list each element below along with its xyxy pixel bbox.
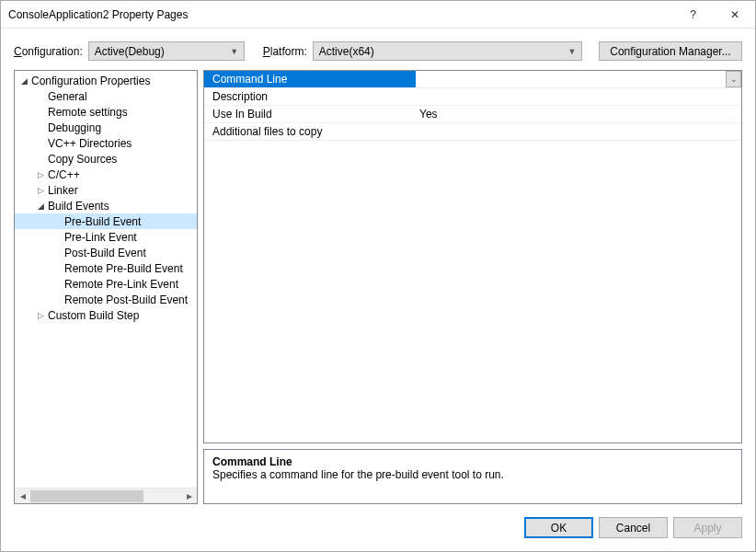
chevron-down-icon[interactable]: ⌄ [726, 71, 741, 87]
description-text: Specifies a command line for the pre-bui… [212, 468, 733, 481]
property-name: Description [204, 88, 416, 105]
help-button[interactable]: ? [672, 1, 714, 28]
property-value[interactable]: ⌄ [416, 71, 741, 87]
tree-node[interactable]: ◢Build Events [15, 198, 197, 213]
tree-node-label: C/C++ [48, 168, 80, 181]
property-grid: Command Line⌄DescriptionUse In BuildYesA… [203, 70, 742, 443]
description-title: Command Line [212, 455, 733, 468]
tree-node[interactable]: Debugging [15, 120, 197, 135]
apply-button[interactable]: Apply [673, 517, 742, 538]
tree-node-label: Pre-Build Event [64, 215, 141, 228]
tree-node[interactable]: Post-Build Event [15, 245, 197, 260]
expander-spacer [52, 216, 63, 227]
expand-icon[interactable]: ▷ [35, 185, 46, 196]
tree-node[interactable]: Remote Pre-Build Event [15, 260, 197, 276]
close-button[interactable]: ✕ [714, 1, 755, 28]
tree-horizontal-scrollbar[interactable]: ◂ ▸ [15, 488, 197, 503]
property-value[interactable]: Yes [416, 106, 741, 122]
tree-node-label: General [48, 90, 87, 103]
configuration-label: Configuration: [14, 45, 83, 58]
property-name: Use In Build [204, 106, 416, 122]
tree-node[interactable]: VC++ Directories [15, 135, 197, 151]
expander-spacer [35, 154, 46, 165]
tree-node[interactable]: Pre-Build Event [15, 213, 197, 229]
platform-label: Platform: [263, 45, 307, 58]
configuration-manager-button[interactable]: Configuration Manager... [599, 41, 742, 61]
tree-node-label: Custom Build Step [48, 309, 139, 322]
tree-node[interactable]: ◢Configuration Properties [15, 73, 197, 88]
property-row[interactable]: Description [204, 88, 741, 106]
expand-icon[interactable]: ▷ [35, 310, 46, 321]
property-row[interactable]: Use In BuildYes [204, 106, 741, 123]
property-value[interactable] [416, 88, 741, 105]
ok-button[interactable]: OK [524, 517, 593, 538]
expander-spacer [52, 294, 63, 305]
property-value[interactable] [416, 123, 741, 140]
tree-node-label: Copy Sources [48, 153, 117, 166]
tree-node-label: Pre-Link Event [64, 231, 137, 244]
description-panel: Command Line Specifies a command line fo… [203, 449, 742, 504]
scroll-left-button[interactable]: ◂ [15, 489, 30, 504]
tree-node-label: Remote settings [48, 106, 128, 119]
chevron-down-icon: ▼ [565, 47, 579, 56]
tree-node-label: Post-Build Event [64, 247, 146, 259]
property-name: Command Line [204, 71, 416, 87]
tree-node-label: VC++ Directories [48, 137, 132, 150]
platform-combo[interactable]: Active(x64) ▼ [313, 41, 582, 61]
tree-node[interactable]: Remote Pre-Link Event [15, 276, 197, 292]
expander-spacer [52, 232, 63, 243]
scroll-right-button[interactable]: ▸ [181, 489, 197, 504]
tree-node[interactable]: ▷C/C++ [15, 167, 197, 182]
title-bar: ConsoleApplication2 Property Pages ? ✕ [1, 1, 755, 29]
tree-node[interactable]: Copy Sources [15, 151, 197, 167]
tree-node-label: Debugging [48, 121, 101, 134]
scroll-track[interactable] [30, 489, 181, 504]
property-row[interactable]: Additional files to copy [204, 123, 741, 141]
property-row[interactable]: Command Line⌄ [204, 71, 741, 88]
tree-node[interactable]: General [15, 88, 197, 104]
property-name: Additional files to copy [204, 123, 416, 140]
window-title: ConsoleApplication2 Property Pages [8, 8, 672, 21]
expander-spacer [35, 107, 46, 118]
expander-spacer [52, 279, 63, 290]
tree-node-label: Configuration Properties [31, 75, 150, 87]
collapse-icon[interactable]: ◢ [35, 201, 46, 212]
tree-node[interactable]: Remote Post-Build Event [15, 292, 197, 307]
configuration-row: Configuration: Active(Debug) ▼ Platform:… [1, 29, 755, 70]
expander-spacer [35, 138, 46, 149]
expand-icon[interactable]: ▷ [35, 169, 46, 180]
expander-spacer [52, 247, 63, 259]
platform-value: Active(x64) [319, 45, 565, 58]
dialog-footer: OK Cancel Apply [1, 513, 755, 551]
navigation-tree-panel: ◢Configuration PropertiesGeneralRemote s… [14, 70, 198, 504]
collapse-icon[interactable]: ◢ [18, 75, 29, 86]
tree-node-label: Remote Pre-Link Event [64, 278, 178, 291]
navigation-tree[interactable]: ◢Configuration PropertiesGeneralRemote s… [15, 71, 197, 488]
tree-node-label: Linker [48, 184, 78, 197]
configuration-value: Active(Debug) [95, 45, 227, 58]
tree-node-label: Build Events [48, 200, 109, 213]
tree-node[interactable]: ▷Linker [15, 182, 197, 198]
tree-node[interactable]: Remote settings [15, 104, 197, 120]
tree-node[interactable]: Pre-Link Event [15, 229, 197, 245]
cancel-button[interactable]: Cancel [599, 517, 668, 538]
expander-spacer [35, 122, 46, 133]
scroll-thumb[interactable] [30, 490, 143, 502]
tree-node[interactable]: ▷Custom Build Step [15, 307, 197, 323]
expander-spacer [52, 263, 63, 274]
tree-node-label: Remote Pre-Build Event [64, 262, 183, 275]
configuration-combo[interactable]: Active(Debug) ▼ [88, 41, 245, 61]
tree-node-label: Remote Post-Build Event [64, 293, 188, 306]
expander-spacer [35, 91, 46, 102]
chevron-down-icon: ▼ [227, 47, 242, 56]
